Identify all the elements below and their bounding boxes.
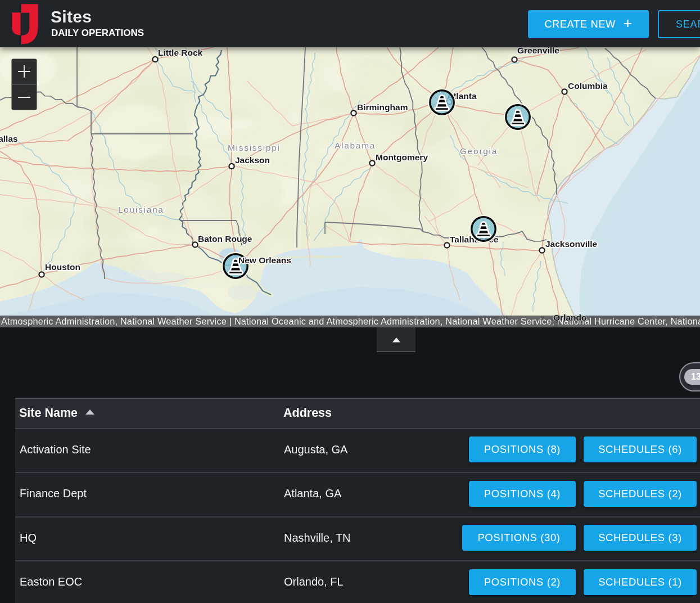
svg-text:Little Rock: Little Rock <box>158 48 203 57</box>
svg-text:New Orleans: New Orleans <box>238 255 291 265</box>
svg-text:Atmospheric Administration, Na: Atmospheric Administration, National Wea… <box>1 316 700 326</box>
svg-text:Alabama: Alabama <box>335 141 376 150</box>
svg-text:Jackson: Jackson <box>235 155 270 165</box>
svg-text:Columbia: Columbia <box>568 81 608 91</box>
svg-text:Mississippi: Mississippi <box>228 143 281 152</box>
svg-text:Georgia: Georgia <box>460 146 498 156</box>
svg-text:Jacksonville: Jacksonville <box>545 239 598 249</box>
svg-text:Greenville: Greenville <box>517 47 559 55</box>
svg-text:Houston: Houston <box>45 262 80 272</box>
svg-text:Baton Rouge: Baton Rouge <box>198 234 252 244</box>
svg-text:Montgomery: Montgomery <box>376 152 428 162</box>
svg-text:Louisiana: Louisiana <box>118 205 164 214</box>
svg-text:Orlando: Orlando <box>553 313 586 322</box>
svg-text:Dallas: Dallas <box>0 134 18 143</box>
svg-text:Birmingham: Birmingham <box>357 102 408 112</box>
